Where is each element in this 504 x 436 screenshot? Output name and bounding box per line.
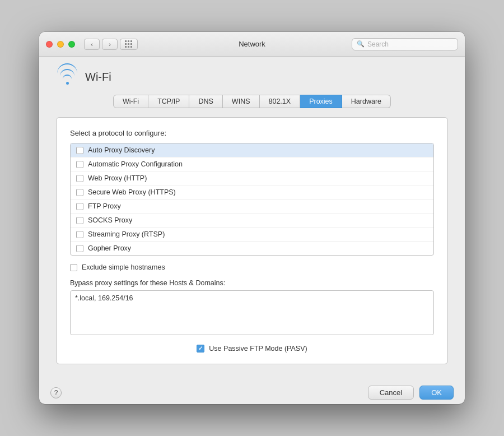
protocol-item-web-http[interactable]: Web Proxy (HTTP) (71, 171, 433, 185)
nav-buttons: ‹ › (84, 39, 118, 50)
wifi-label: Wi-Fi (85, 71, 111, 84)
search-placeholder: Search (367, 40, 389, 48)
pasv-label: Use Passive FTP Mode (PASV) (209, 345, 307, 352)
checkbox-gopher[interactable] (76, 245, 83, 252)
forward-button[interactable]: › (102, 39, 118, 50)
exclude-row: Exclude simple hostnames (70, 263, 434, 271)
grid-icon (125, 40, 133, 48)
protocol-name-ftp: FTP Proxy (88, 202, 121, 210)
window-title: Network (239, 40, 265, 48)
checkbox-web-http[interactable] (76, 175, 83, 182)
search-icon: 🔍 (357, 40, 365, 48)
checkbox-auto-config[interactable] (76, 161, 83, 168)
checkbox-auto-discovery[interactable] (76, 147, 83, 154)
pasv-row: ✓ Use Passive FTP Mode (PASV) (70, 345, 434, 352)
protocol-item-ftp[interactable]: FTP Proxy (71, 200, 433, 214)
minimize-button[interactable] (57, 41, 64, 48)
protocol-name-gopher: Gopher Proxy (88, 244, 131, 252)
checkbox-pasv[interactable]: ✓ (197, 345, 204, 352)
ok-button[interactable]: OK (419, 386, 454, 400)
checkbox-streaming[interactable] (76, 231, 83, 238)
content-area: Wi-Fi Wi-Fi TCP/IP DNS WINS 802.1X Proxi… (39, 57, 465, 378)
tab-proxies[interactable]: Proxies (300, 95, 342, 108)
footer: ? Cancel OK (39, 378, 465, 404)
search-box[interactable]: 🔍 Search (352, 38, 458, 50)
protocol-name-secure-https: Secure Web Proxy (HTTPS) (88, 188, 176, 196)
grid-button[interactable] (120, 39, 138, 50)
checkbox-ftp[interactable] (76, 203, 83, 210)
protocol-name-streaming: Streaming Proxy (RTSP) (88, 230, 165, 238)
checkbox-socks[interactable] (76, 217, 83, 224)
bypass-label: Bypass proxy settings for these Hosts & … (70, 279, 434, 287)
protocol-item-auto-config[interactable]: Automatic Proxy Configuration (71, 157, 433, 171)
wifi-icon (56, 68, 78, 86)
checkbox-exclude-hostnames[interactable] (70, 264, 77, 271)
pasv-checkmark: ✓ (198, 346, 203, 351)
proxies-panel: Select a protocol to configure: Auto Pro… (56, 117, 448, 364)
protocol-item-streaming[interactable]: Streaming Proxy (RTSP) (71, 228, 433, 242)
back-button[interactable]: ‹ (84, 39, 100, 50)
maximize-button[interactable] (68, 41, 75, 48)
exclude-label: Exclude simple hostnames (82, 263, 165, 271)
protocol-item-auto-discovery[interactable]: Auto Proxy Discovery (71, 143, 433, 157)
help-button[interactable]: ? (50, 387, 62, 398)
protocol-name-socks: SOCKS Proxy (88, 216, 132, 224)
checkbox-secure-https[interactable] (76, 189, 83, 196)
bypass-textarea[interactable]: *.local, 169.254/16 (70, 290, 434, 335)
protocol-name-web-http: Web Proxy (HTTP) (88, 174, 147, 182)
network-window: ‹ › Network 🔍 Search Wi-Fi (39, 32, 465, 404)
protocol-name-auto-config: Automatic Proxy Configuration (88, 160, 183, 168)
tab-tcpip[interactable]: TCP/IP (148, 95, 189, 108)
traffic-lights (46, 41, 75, 48)
protocol-name-auto-discovery: Auto Proxy Discovery (88, 146, 155, 154)
tab-hardware[interactable]: Hardware (342, 95, 391, 108)
protocol-item-secure-https[interactable]: Secure Web Proxy (HTTPS) (71, 185, 433, 200)
tab-dns[interactable]: DNS (189, 95, 222, 108)
titlebar: ‹ › Network 🔍 Search (39, 32, 465, 57)
cancel-button[interactable]: Cancel (368, 386, 414, 400)
tab-wifi[interactable]: Wi-Fi (113, 95, 148, 108)
protocol-item-socks[interactable]: SOCKS Proxy (71, 214, 433, 228)
tab-bar: Wi-Fi TCP/IP DNS WINS 802.1X Proxies Har… (56, 95, 448, 108)
protocol-label: Select a protocol to configure: (70, 129, 434, 137)
footer-buttons: Cancel OK (368, 386, 454, 400)
tab-8021x[interactable]: 802.1X (260, 95, 301, 108)
protocol-item-gopher[interactable]: Gopher Proxy (71, 242, 433, 255)
protocol-list: Auto Proxy Discovery Automatic Proxy Con… (70, 143, 434, 256)
wifi-header: Wi-Fi (56, 68, 448, 86)
tab-wins[interactable]: WINS (223, 95, 260, 108)
close-button[interactable] (46, 41, 53, 48)
